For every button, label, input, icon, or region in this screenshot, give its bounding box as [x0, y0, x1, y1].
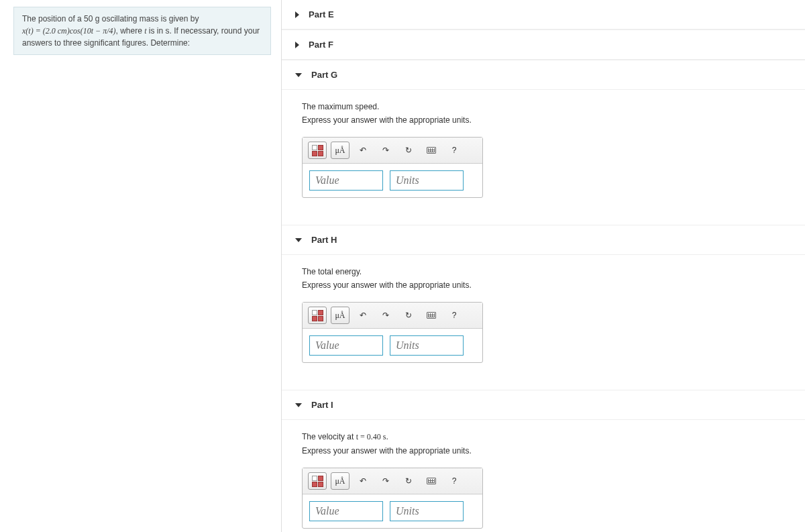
problem-text-2b: , where [116, 26, 145, 36]
part-g-body: The maximum speed. Express your answer w… [282, 90, 805, 225]
reset-icon: ↻ [405, 476, 412, 486]
problem-text-1: The position of a 50 g oscillating mass … [22, 14, 199, 23]
part-e-label: Part E [309, 9, 334, 19]
special-chars-button[interactable]: μÅ [331, 307, 350, 324]
units-input-g[interactable] [390, 170, 464, 191]
help-icon: ? [452, 311, 457, 320]
undo-button[interactable]: ↶ [354, 472, 372, 490]
keyboard-icon [427, 312, 436, 319]
part-i-header[interactable]: Part I [282, 390, 805, 420]
part-f-header[interactable]: Part F [282, 30, 805, 60]
answer-box-h: μÅ ↶ ↷ ↻ ? [302, 302, 483, 363]
part-i-body: The velocity at t = 0.40 s. Express your… [282, 420, 805, 532]
redo-button[interactable]: ↷ [376, 142, 395, 159]
part-h-label: Part H [311, 235, 337, 245]
chevron-right-icon [295, 11, 299, 18]
keyboard-button[interactable] [422, 472, 441, 490]
redo-button[interactable]: ↷ [376, 472, 395, 490]
templates-icon [312, 476, 323, 487]
undo-button[interactable]: ↶ [354, 307, 372, 324]
part-e-header[interactable]: Part E [282, 0, 805, 30]
redo-icon: ↷ [382, 146, 389, 155]
part-g-hint: Express your answer with the appropriate… [302, 115, 785, 125]
templates-button[interactable] [308, 472, 327, 490]
part-i-question: The velocity at t = 0.40 s. [302, 432, 785, 442]
reset-icon: ↻ [405, 146, 412, 155]
help-button[interactable]: ? [445, 472, 464, 490]
units-input-i[interactable] [390, 501, 464, 521]
chevron-right-icon [295, 42, 299, 48]
part-f-label: Part F [309, 40, 333, 50]
value-input-g[interactable] [309, 170, 383, 191]
units-input-h[interactable] [390, 335, 464, 356]
part-i-hint: Express your answer with the appropriate… [302, 446, 785, 456]
part-h-header[interactable]: Part H [282, 225, 805, 255]
undo-button[interactable]: ↶ [354, 142, 372, 159]
part-i-label: Part I [311, 400, 333, 410]
redo-button[interactable]: ↷ [376, 307, 395, 324]
part-h-hint: Express your answer with the appropriate… [302, 280, 785, 290]
toolbar-i: μÅ ↶ ↷ ↻ ? [303, 468, 482, 494]
chevron-down-icon [295, 238, 302, 242]
parts-panel: Part E Part F Part G The maximum speed. … [282, 0, 805, 532]
value-input-h[interactable] [309, 335, 383, 356]
templates-icon [312, 310, 323, 321]
help-button[interactable]: ? [445, 307, 464, 324]
undo-icon: ↶ [360, 146, 366, 155]
help-button[interactable]: ? [445, 142, 464, 159]
part-h-question: The total energy. [302, 267, 785, 276]
undo-icon: ↶ [360, 476, 366, 486]
part-i-eq: t = 0.40 s [356, 432, 386, 441]
problem-statement: The position of a 50 g oscillating mass … [13, 7, 271, 55]
value-input-i[interactable] [309, 501, 383, 521]
answer-box-g: μÅ ↶ ↷ ↻ ? [302, 137, 483, 198]
keyboard-button[interactable] [422, 307, 441, 324]
templates-icon [312, 145, 323, 156]
problem-sidebar: The position of a 50 g oscillating mass … [0, 0, 282, 532]
keyboard-button[interactable] [422, 142, 441, 159]
part-g-question: The maximum speed. [302, 102, 785, 111]
keyboard-icon [427, 478, 436, 484]
help-icon: ? [452, 476, 457, 486]
undo-icon: ↶ [360, 311, 366, 320]
templates-button[interactable] [308, 307, 327, 324]
reset-button[interactable]: ↻ [399, 307, 418, 324]
problem-equation: x(t) = (2.0 cm)cos(10t − π/4) [22, 26, 116, 36]
toolbar-g: μÅ ↶ ↷ ↻ ? [303, 138, 482, 164]
templates-button[interactable] [308, 142, 327, 159]
help-icon: ? [452, 146, 457, 155]
toolbar-h: μÅ ↶ ↷ ↻ ? [303, 303, 482, 329]
part-g-label: Part G [311, 70, 337, 80]
keyboard-icon [427, 147, 436, 154]
reset-button[interactable]: ↻ [399, 472, 418, 490]
reset-icon: ↻ [405, 311, 412, 320]
reset-button[interactable]: ↻ [399, 142, 418, 159]
chevron-down-icon [295, 403, 302, 407]
special-chars-button[interactable]: μÅ [331, 142, 350, 159]
special-chars-button[interactable]: μÅ [331, 472, 350, 490]
answer-box-i: μÅ ↶ ↷ ↻ ? [302, 468, 483, 529]
redo-icon: ↷ [382, 311, 389, 320]
part-g-header[interactable]: Part G [282, 60, 805, 90]
chevron-down-icon [295, 73, 302, 77]
redo-icon: ↷ [382, 476, 389, 486]
part-h-body: The total energy. Express your answer wi… [282, 255, 805, 390]
